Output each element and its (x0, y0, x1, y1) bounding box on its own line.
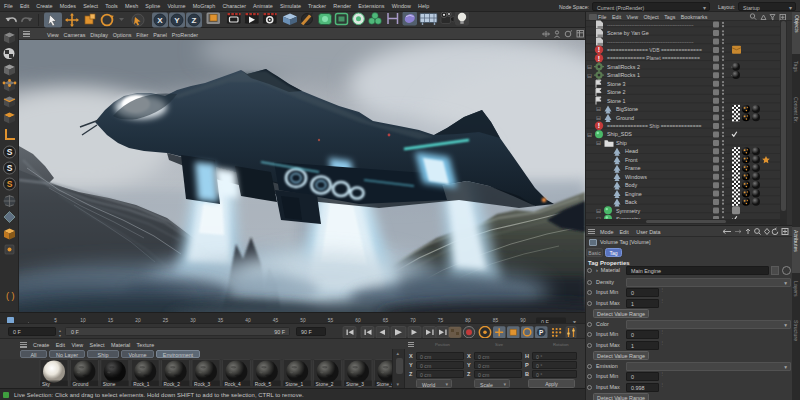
svg-text:SmallRocks 1: SmallRocks 1 (607, 72, 640, 78)
svg-text:⊟: ⊟ (587, 64, 592, 70)
svg-text:90: 90 (520, 318, 526, 323)
svg-text:( ): ( ) (6, 291, 15, 301)
svg-text:⊟: ⊟ (596, 208, 601, 214)
svg-text:⊟: ⊟ (596, 106, 601, 112)
svg-text:SmallRocks 2: SmallRocks 2 (607, 64, 640, 70)
svg-text:35: 35 (218, 318, 224, 323)
svg-text:Sky: Sky (42, 382, 51, 387)
svg-text:Stone_2: Stone_2 (316, 382, 334, 387)
svg-text:25: 25 (163, 318, 169, 323)
svg-text:Rock_3: Rock_3 (194, 382, 211, 387)
svg-text:Rock_2: Rock_2 (164, 382, 181, 387)
svg-text:Stone 3: Stone 3 (607, 81, 626, 87)
svg-text:X: X (157, 16, 163, 25)
svg-text:Symmetry: Symmetry (616, 208, 641, 214)
svg-text:!: ! (598, 55, 600, 62)
svg-text:Rock_4: Rock_4 (224, 382, 241, 387)
svg-text:40: 40 (245, 318, 251, 323)
svg-text:============= Planet =========: ============= Planet ============= (607, 55, 700, 61)
svg-text:Windows: Windows (625, 174, 647, 180)
svg-text:70: 70 (410, 318, 416, 323)
svg-text:75: 75 (438, 318, 444, 323)
svg-text:Stone_4: Stone_4 (376, 382, 392, 387)
svg-text:60: 60 (355, 318, 361, 323)
svg-text:============== VDB ===========: ============== VDB ============== (607, 47, 702, 53)
svg-text:⊟: ⊟ (596, 115, 601, 121)
svg-text:Y: Y (174, 16, 180, 25)
svg-text:⊟: ⊟ (587, 73, 592, 79)
svg-text:S: S (7, 179, 13, 189)
svg-text:15: 15 (108, 318, 114, 323)
svg-text:30: 30 (190, 318, 196, 323)
svg-text:Stone: Stone (103, 382, 116, 387)
svg-text:45: 45 (273, 318, 279, 323)
svg-text:Stone_3: Stone_3 (346, 382, 364, 387)
svg-text:20: 20 (135, 318, 141, 323)
svg-text:BigStone: BigStone (616, 106, 638, 112)
svg-text:Rock_5: Rock_5 (255, 382, 272, 387)
svg-text:Stone 2: Stone 2 (607, 89, 626, 95)
svg-text:⊟: ⊟ (596, 140, 601, 146)
svg-text:Head: Head (625, 148, 638, 154)
svg-text:80: 80 (465, 318, 471, 323)
svg-text:------------------------------: ----------------------------------------… (607, 39, 694, 45)
svg-text:Ground: Ground (616, 115, 634, 121)
svg-text:S: S (7, 147, 13, 157)
svg-text:10: 10 (80, 318, 86, 323)
svg-text:Stone_1: Stone_1 (285, 382, 303, 387)
svg-text:------------------------------: ----------------------------------------… (607, 22, 694, 28)
svg-text:55: 55 (328, 318, 334, 323)
svg-text:65: 65 (383, 318, 389, 323)
svg-text:Engine: Engine (625, 191, 642, 197)
svg-text:P: P (539, 328, 544, 335)
svg-text:Body: Body (625, 182, 638, 188)
svg-text:Ship: Ship (616, 140, 627, 146)
svg-text:5: 5 (54, 318, 57, 323)
svg-text:S: S (7, 163, 13, 173)
svg-text:!: ! (598, 122, 600, 129)
svg-text:Scene by Yan Ge: Scene by Yan Ge (607, 30, 649, 36)
svg-text:Z: Z (192, 16, 197, 25)
svg-text:Ground: Ground (72, 382, 88, 387)
svg-text:85: 85 (493, 318, 499, 323)
svg-text:Frame: Frame (625, 165, 641, 171)
svg-text:Back: Back (625, 199, 637, 205)
svg-text:============== Ship ==========: ============== Ship ============== (607, 123, 702, 129)
svg-text:!: ! (598, 46, 600, 53)
svg-text:Ship_SDS: Ship_SDS (607, 131, 632, 137)
svg-text:Front: Front (625, 157, 638, 163)
svg-text:50: 50 (300, 318, 306, 323)
svg-text:⊟: ⊟ (587, 132, 592, 138)
svg-text:Rock_1: Rock_1 (133, 382, 150, 387)
svg-text:Stone 1: Stone 1 (607, 98, 626, 104)
